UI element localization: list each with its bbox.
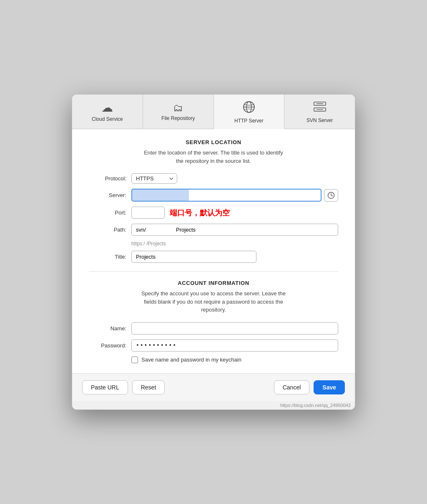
tab-cloud-service[interactable]: ☁ Cloud Service xyxy=(72,95,143,129)
tab-svn-server-label: SVN Server xyxy=(306,117,333,123)
dialog: ☁ Cloud Service 🗂 File Repository HTTP S… xyxy=(72,94,355,410)
server-location-desc: Enter the location of the server. The ti… xyxy=(89,149,338,165)
account-information-section: ACCOUNT INFORMATION Specify the account … xyxy=(89,280,338,363)
keychain-label: Save name and password in my keychain xyxy=(141,357,241,363)
name-label: Name: xyxy=(89,325,126,332)
tab-http-server[interactable]: HTTP Server xyxy=(214,95,285,129)
name-input[interactable] xyxy=(131,322,338,334)
server-location-title: SERVER LOCATION xyxy=(89,139,338,145)
save-button[interactable]: Save xyxy=(314,380,345,394)
path-label: Path: xyxy=(89,227,126,233)
reset-button[interactable]: Reset xyxy=(132,380,165,394)
keychain-row: Save name and password in my keychain xyxy=(131,357,338,363)
clock-button[interactable] xyxy=(324,189,338,202)
tab-file-repository[interactable]: 🗂 File Repository xyxy=(143,95,214,129)
password-label: Password: xyxy=(89,342,126,349)
svg-line-9 xyxy=(331,195,333,196)
path-row: svn地址 Path: xyxy=(89,224,338,236)
password-row: 密码 Password: xyxy=(89,339,338,352)
cancel-button[interactable]: Cancel xyxy=(274,380,310,394)
protocol-control: HTTPS HTTP xyxy=(131,173,338,184)
protocol-label: Protocol: xyxy=(89,175,126,182)
main-content: SERVER LOCATION Enter the location of th… xyxy=(72,129,355,373)
account-info-title: ACCOUNT INFORMATION xyxy=(89,280,338,286)
footer-url: https://blog.csdn.net/qq_24950043 xyxy=(72,401,355,409)
protocol-select[interactable]: HTTPS HTTP xyxy=(131,173,177,184)
server-row: svn服务器ip Server: xyxy=(89,189,338,202)
protocol-row: 协议类型 Protocol: HTTPS HTTP xyxy=(89,173,338,184)
keychain-checkbox[interactable] xyxy=(131,357,138,363)
server-input[interactable] xyxy=(131,189,322,202)
name-control xyxy=(131,322,338,334)
port-label: Port: xyxy=(89,210,126,216)
server-label: Server: xyxy=(89,192,126,198)
globe-icon xyxy=(242,100,256,115)
server-input-wrap xyxy=(131,189,338,202)
title-input[interactable] xyxy=(131,251,256,263)
path-url-display: https:/ /Projects xyxy=(131,241,338,247)
account-info-desc: Specify the account you use to access th… xyxy=(89,289,338,314)
svn-icon xyxy=(313,101,327,115)
tab-http-server-label: HTTP Server xyxy=(234,118,264,124)
port-input[interactable] xyxy=(131,207,165,219)
port-row: Port: 端口号，默认为空 xyxy=(89,207,338,219)
paste-url-button[interactable]: Paste URL xyxy=(82,380,128,394)
tab-svn-server[interactable]: SVN Server xyxy=(284,95,355,129)
path-control xyxy=(131,224,338,236)
button-bar: Paste URL Reset Cancel Save xyxy=(72,373,355,401)
title-label: Title: xyxy=(89,254,126,260)
tab-bar: ☁ Cloud Service 🗂 File Repository HTTP S… xyxy=(72,95,355,129)
title-control xyxy=(131,251,338,263)
server-location-section: SERVER LOCATION Enter the location of th… xyxy=(89,139,338,263)
password-input[interactable] xyxy=(131,339,338,352)
tab-file-repository-label: File Repository xyxy=(161,115,195,121)
password-control xyxy=(131,339,338,352)
folder-icon: 🗂 xyxy=(173,103,183,113)
tab-cloud-service-label: Cloud Service xyxy=(92,116,123,122)
section-divider xyxy=(89,271,338,272)
cloud-icon: ☁ xyxy=(101,102,113,114)
title-row: 标题 Title: xyxy=(89,251,338,263)
name-row: svn用户名 Name: xyxy=(89,322,338,334)
port-control: 端口号，默认为空 xyxy=(131,207,338,219)
path-input[interactable] xyxy=(131,224,338,236)
annotation-port: 端口号，默认为空 xyxy=(170,208,230,218)
